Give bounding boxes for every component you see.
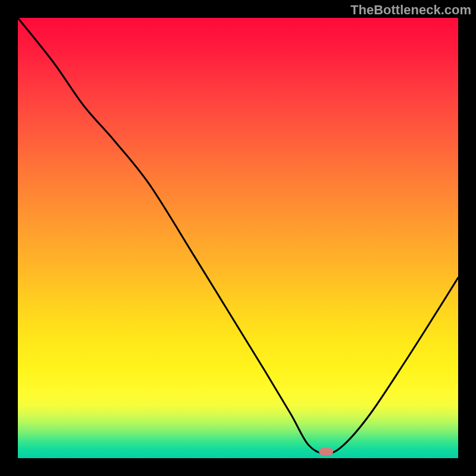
bottleneck-curve: [18, 18, 458, 458]
curve-path: [18, 18, 458, 454]
plot-area: [18, 18, 458, 458]
optimum-marker: [319, 448, 333, 455]
watermark-text: TheBottleneck.com: [350, 2, 471, 18]
chart-stage: TheBottleneck.com: [0, 0, 476, 476]
